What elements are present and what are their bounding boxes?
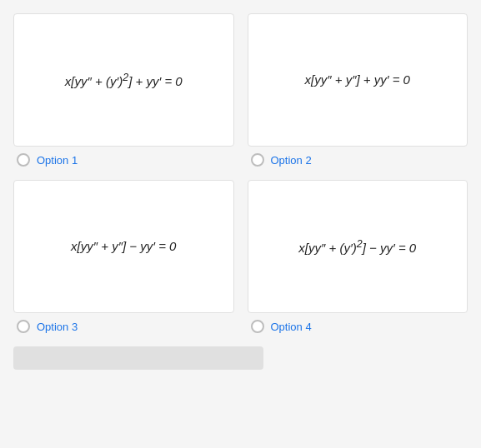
option-label-3[interactable]: Option 3 [13,320,234,333]
radio-option-1[interactable] [17,153,30,167]
option-box-2: x[yy″ + y″] + yy′ = 0 [248,13,468,147]
radio-option-4[interactable] [251,320,264,333]
option-label-4[interactable]: Option 4 [248,320,468,333]
math-expr-2: x[yy″ + y″] + yy′ = 0 [305,70,410,90]
math-expr-4: x[yy″ + (y′)2] − yy′ = 0 [298,236,416,258]
option-3-text: Option 3 [37,321,78,333]
option-box-4: x[yy″ + (y′)2] − yy′ = 0 [248,180,468,313]
option-item-4: x[yy″ + (y′)2] − yy′ = 0 Option 4 [248,180,468,333]
radio-option-2[interactable] [251,153,264,167]
option-1-text: Option 1 [37,154,78,167]
option-item-2: x[yy″ + y″] + yy′ = 0 Option 2 [248,13,468,167]
option-label-2[interactable]: Option 2 [248,153,468,167]
option-4-text: Option 4 [271,321,312,333]
option-label-1[interactable]: Option 1 [13,153,234,167]
option-2-text: Option 2 [271,154,312,167]
options-grid: x[yy″ + (y′)2] + yy′ = 0 Option 1 x[yy″ … [13,13,468,333]
footer-bar [13,346,263,370]
option-box-1: x[yy″ + (y′)2] + yy′ = 0 [13,13,234,147]
option-item-3: x[yy″ + y″] − yy′ = 0 Option 3 [13,180,234,333]
math-expr-3: x[yy″ + y″] − yy′ = 0 [71,236,176,256]
radio-option-3[interactable] [17,320,30,333]
math-expr-1: x[yy″ + (y′)2] + yy′ = 0 [65,69,183,92]
option-item-1: x[yy″ + (y′)2] + yy′ = 0 Option 1 [13,13,234,167]
option-box-3: x[yy″ + y″] − yy′ = 0 [13,180,234,313]
